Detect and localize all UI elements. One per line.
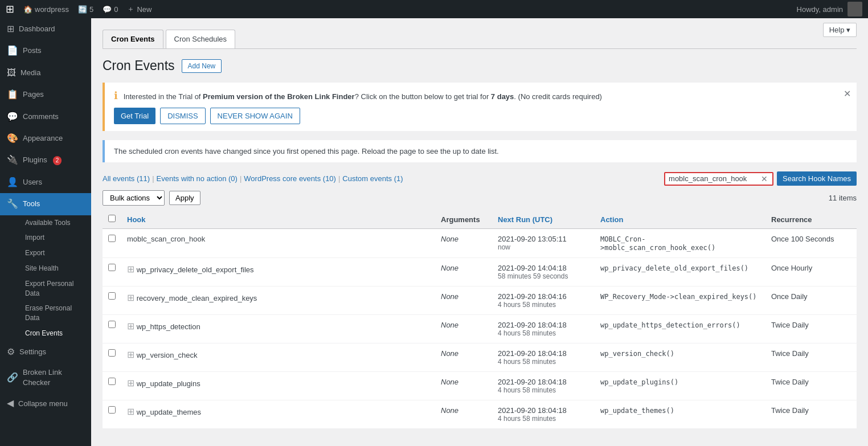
sidebar-item-import[interactable]: Import — [21, 230, 91, 245]
sidebar-item-export-personal-data[interactable]: Export Personal Data — [21, 276, 91, 301]
adminbar-site-name[interactable]: 🏠 wordpress — [23, 5, 69, 14]
sidebar-item-plugins[interactable]: 🔌 Plugins 2 — [0, 149, 91, 171]
adminbar-updates[interactable]: 🔄 5 — [78, 5, 93, 14]
media-icon: 🖼 — [7, 67, 16, 79]
admin-bar: ⊞ 🏠 wordpress 🔄 5 💬 0 ＋ New Howdy, admin — [0, 0, 868, 18]
table-row: ⊞ wp_privacy_delete_old_export_files Non… — [103, 258, 857, 287]
sidebar-item-cron-events[interactable]: Cron Events — [21, 326, 91, 341]
adminbar-avatar[interactable] — [847, 2, 862, 17]
search-hook-input[interactable] — [669, 174, 760, 183]
sidebar-item-broken-link-checker[interactable]: 🔗 Broken Link Checker — [0, 363, 91, 392]
sidebar-item-site-health[interactable]: Site Health — [21, 261, 91, 276]
row-checkbox[interactable] — [108, 378, 116, 385]
add-new-button[interactable]: Add New — [182, 59, 222, 73]
arguments-cell: None — [435, 343, 492, 372]
get-trial-button[interactable]: Get Trial — [114, 108, 155, 124]
sidebar-collapse-menu[interactable]: ◀ Collapse menu — [0, 392, 91, 414]
comments-icon: 💬 — [7, 111, 18, 123]
search-hook-clear-button[interactable]: ✕ — [760, 174, 769, 183]
recurrence-cell: Twice Daily — [765, 400, 857, 429]
arguments-cell: None — [435, 287, 492, 315]
col-header-hook[interactable]: Hook — [121, 210, 435, 229]
filter-all-events[interactable]: All events (11) — [103, 174, 150, 183]
sidebar-item-tools[interactable]: 🔧 Tools — [0, 193, 91, 215]
help-button[interactable]: Help ▾ — [823, 23, 857, 37]
notice-promo: ℹ Interested in the Trial of Premium ver… — [103, 83, 857, 131]
table-row: ⊞ wp_update_themes None 2021-09-20 18:04… — [103, 400, 857, 429]
settings-icon: ⚙ — [7, 346, 15, 358]
tab-cron-events[interactable]: Cron Events — [103, 30, 163, 48]
action-cell: wp_version_check() — [595, 343, 765, 372]
page-title-row: Cron Events Add New — [103, 58, 857, 73]
next-run-cell: 2021-09-20 18:04:18 4 hours 58 minutes — [492, 372, 595, 400]
notice-close-button[interactable]: ✕ — [844, 88, 851, 99]
adminbar-howdy[interactable]: Howdy, admin — [797, 5, 843, 14]
sidebar-item-appearance[interactable]: 🎨 Appearance — [0, 128, 91, 149]
next-run-cell: 2021-09-20 18:04:18 4 hours 58 minutes — [492, 343, 595, 372]
action-cell: wp_update_themes() — [595, 400, 765, 429]
table-row: ⊞ recovery_mode_clean_expired_keys None … — [103, 287, 857, 315]
recurrence-cell: Once 100 Seconds — [765, 229, 857, 258]
broken-link-icon: 🔗 — [7, 371, 18, 384]
users-icon: 👤 — [7, 176, 18, 189]
hook-name: wp_version_check — [137, 351, 198, 359]
sidebar-item-pages[interactable]: 📋 Pages — [0, 84, 91, 105]
wp-logo[interactable]: ⊞ — [6, 3, 14, 15]
col-header-action[interactable]: Action — [595, 210, 765, 229]
table-row: ⊞ wp_https_detection None 2021-09-20 18:… — [103, 315, 857, 343]
sidebar: ⊞ Dashboard 📄 Posts 🖼 Media 📋 Pages 💬 Co… — [0, 18, 91, 446]
sidebar-item-users[interactable]: 👤 Users — [0, 171, 91, 193]
arguments-cell: None — [435, 400, 492, 429]
notice-info: The scheduled cron events have changed s… — [103, 140, 857, 162]
row-checkbox[interactable] — [108, 264, 116, 271]
hook-name: recovery_mode_clean_expired_keys — [137, 294, 257, 302]
row-checkbox[interactable] — [108, 235, 116, 242]
row-checkbox[interactable] — [108, 321, 116, 328]
tools-icon: 🔧 — [7, 198, 18, 210]
bulk-apply-button[interactable]: Apply — [169, 191, 200, 205]
col-header-recurrence: Recurrence — [765, 210, 857, 229]
sidebar-item-dashboard[interactable]: ⊞ Dashboard — [0, 18, 91, 40]
arguments-cell: None — [435, 372, 492, 400]
pages-icon: 📋 — [7, 88, 18, 101]
tab-cron-schedules[interactable]: Cron Schedules — [166, 30, 236, 48]
filter-no-action[interactable]: Events with no action (0) — [157, 174, 238, 183]
sidebar-item-export[interactable]: Export — [21, 245, 91, 261]
page-title: Cron Events — [103, 58, 175, 73]
recurrence-cell: Twice Daily — [765, 372, 857, 400]
table-row: moblc_scan_cron_hook None 2021-09-20 13:… — [103, 229, 857, 258]
bulk-bar: Bulk actions Delete Apply 11 items — [103, 190, 857, 206]
select-all-checkbox[interactable] — [108, 215, 116, 222]
dismiss-button[interactable]: DISMISS — [160, 108, 205, 124]
row-checkbox[interactable] — [108, 406, 116, 414]
action-cell: wp_update_plugins() — [595, 372, 765, 400]
arguments-cell: None — [435, 315, 492, 343]
row-checkbox[interactable] — [108, 292, 116, 300]
promo-icon: ℹ — [114, 90, 118, 101]
sidebar-item-available-tools[interactable]: Available Tools — [21, 215, 91, 231]
next-run-cell: 2021-09-20 18:04:18 4 hours 58 minutes — [492, 315, 595, 343]
sidebar-item-comments[interactable]: 💬 Comments — [0, 106, 91, 128]
never-show-again-button[interactable]: NEVER SHOW AGAIN — [210, 108, 300, 124]
adminbar-new[interactable]: ＋ New — [127, 4, 152, 14]
wp-core-icon: ⊞ — [127, 407, 134, 416]
col-header-next-run[interactable]: Next Run (UTC) — [492, 210, 595, 229]
filter-wp-core[interactable]: WordPress core events (10) — [244, 174, 336, 183]
bulk-actions-select[interactable]: Bulk actions Delete — [103, 190, 165, 206]
filter-bar: All events (11) | Events with no action … — [103, 171, 857, 186]
filter-custom-events[interactable]: Custom events (1) — [342, 174, 403, 183]
sidebar-item-posts[interactable]: 📄 Posts — [0, 40, 91, 62]
hook-name: wp_update_themes — [137, 408, 201, 416]
recurrence-cell: Once Daily — [765, 287, 857, 315]
dashboard-icon: ⊞ — [7, 23, 14, 35]
col-header-arguments: Arguments — [435, 210, 492, 229]
row-checkbox[interactable] — [108, 349, 116, 357]
search-hook-names-button[interactable]: Search Hook Names — [777, 171, 857, 186]
sidebar-item-settings[interactable]: ⚙ Settings — [0, 341, 91, 363]
wp-core-icon: ⊞ — [127, 293, 134, 302]
adminbar-comments[interactable]: 💬 0 — [103, 5, 118, 14]
recurrence-cell: Twice Daily — [765, 343, 857, 372]
sidebar-item-media[interactable]: 🖼 Media — [0, 62, 91, 84]
appearance-icon: 🎨 — [7, 132, 18, 145]
sidebar-item-erase-personal-data[interactable]: Erase Personal Data — [21, 301, 91, 326]
